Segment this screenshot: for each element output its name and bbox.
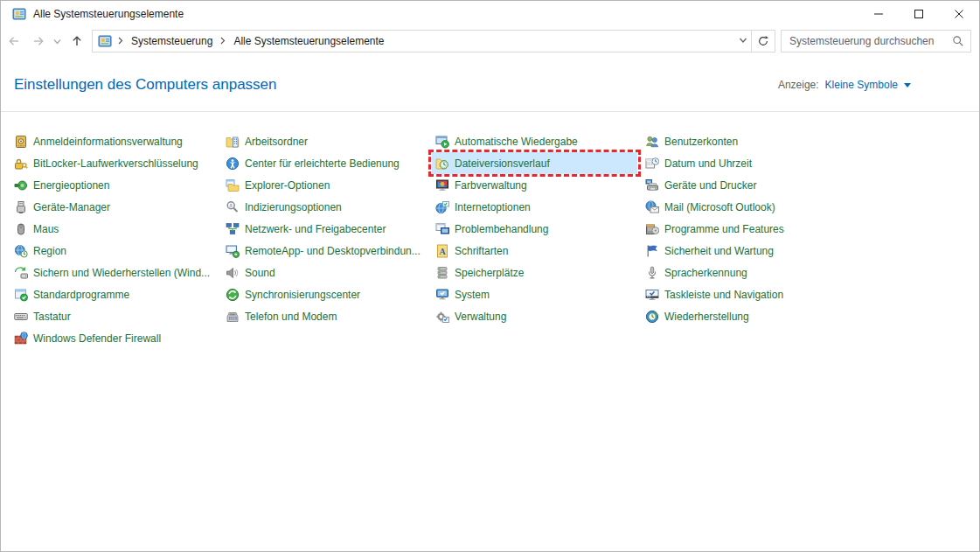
titlebar: Alle Systemsteuerungselemente (1, 1, 979, 27)
control-panel-item-mouse[interactable]: Maus (8, 218, 218, 240)
breadcrumb-location-icon (98, 34, 112, 48)
control-panel-item-network-sharing-center[interactable]: Netzwerk- und Freigabecenter (219, 218, 429, 240)
navigation-toolbar: Systemsteuerung Alle Systemsteuerungsele… (1, 27, 979, 55)
forward-button[interactable] (27, 29, 50, 53)
window-title: Alle Systemsteuerungselemente (33, 8, 184, 20)
control-panel-item-label: Automatische Wiedergabe (455, 136, 578, 148)
explorer-options-icon (226, 178, 240, 192)
back-button[interactable] (1, 29, 27, 53)
control-panel-item-autoplay[interactable]: Automatische Wiedergabe (429, 130, 639, 152)
fonts-icon: A (435, 244, 449, 258)
control-panel-item-recovery[interactable]: Wiederherstellung (639, 305, 849, 327)
control-panel-item-work-folders[interactable]: Arbeitsordner (219, 130, 429, 152)
control-panel-item-devices-printers[interactable]: Geräte und Drucker (639, 174, 849, 196)
autoplay-icon (435, 135, 449, 149)
taskbar-navigation-icon (645, 288, 659, 302)
breadcrumb-chevron-icon (219, 35, 226, 47)
control-panel-item-sound[interactable]: Sound (219, 262, 429, 283)
search-icon[interactable] (952, 35, 964, 47)
control-panel-item-label: Synchronisierungscenter (245, 289, 360, 301)
search-input[interactable] (788, 34, 952, 48)
control-panel-item-device-manager[interactable]: Geräte-Manager (8, 196, 218, 218)
control-panel-item-bitlocker[interactable]: BitLocker-Laufwerkverschlüsselung (8, 152, 218, 174)
refresh-button[interactable] (752, 30, 775, 52)
control-panel-item-phone-modem[interactable]: Telefon und Modem (219, 305, 429, 327)
work-folders-icon (226, 135, 240, 149)
control-panel-item-label: Indizierungsoptionen (245, 201, 342, 213)
up-button[interactable] (64, 29, 90, 53)
control-panel-item-firewall[interactable]: Windows Defender Firewall (8, 327, 218, 349)
control-panel-item-programs-features[interactable]: Programme und Features (639, 218, 849, 240)
sound-icon (226, 266, 240, 280)
control-panel-item-label: Farbverwaltung (455, 179, 527, 192)
control-panel-item-remoteapp[interactable]: RemoteApp- und Desktopverbindun... (219, 240, 429, 262)
search-box[interactable] (781, 30, 971, 52)
color-management-icon (435, 178, 449, 192)
control-panel-item-troubleshooting[interactable]: Problembehandlung (429, 218, 639, 240)
control-panel-item-label: Explorer-Optionen (245, 179, 330, 192)
control-panel-item-ease-of-access[interactable]: Center für erleichterte Bedienung (219, 152, 429, 174)
close-button[interactable] (939, 1, 979, 27)
breadcrumb-chevron-icon (117, 35, 124, 47)
view-by-value[interactable]: Kleine Symbole (825, 79, 898, 91)
remoteapp-icon (226, 244, 240, 258)
control-panel-item-admin-tools[interactable]: Verwaltung (429, 305, 639, 327)
control-panel-item-internet-options[interactable]: Internetoptionen (429, 196, 639, 218)
maximize-button[interactable] (899, 1, 939, 27)
backup-restore-icon (14, 266, 28, 280)
control-panel-item-label: Sichern und Wiederherstellen (Wind... (33, 267, 210, 279)
control-panel-window: Alle Systemsteuerungselemente (0, 0, 980, 552)
control-panel-item-default-programs[interactable]: Standardprogramme (8, 283, 218, 305)
control-panel-item-label: Sicherheit und Wartung (664, 245, 774, 257)
control-panel-item-taskbar-navigation[interactable]: Taskleiste und Navigation (639, 283, 849, 305)
control-panel-item-sync-center[interactable]: Synchronisierungscenter (219, 283, 429, 305)
items-column-3: Automatische WiedergabeDateiversionsverl… (429, 130, 639, 327)
view-by-caret-icon[interactable] (904, 83, 911, 87)
control-panel-item-color-management[interactable]: Farbverwaltung (429, 174, 639, 196)
control-panel-item-power-options[interactable]: Energieoptionen (8, 174, 218, 196)
control-panel-item-file-history[interactable]: Dateiversionsverlauf (432, 152, 637, 174)
control-panel-item-label: Programme und Features (664, 223, 784, 235)
control-panel-item-label: Dateiversionsverlauf (455, 157, 550, 170)
control-panel-item-region[interactable]: Region (8, 240, 218, 262)
control-panel-item-label: Tastatur (33, 311, 71, 323)
breadcrumb-systemsteuerung[interactable]: Systemsteuerung (129, 34, 214, 48)
security-maintenance-icon (645, 244, 659, 258)
control-panel-item-user-accounts[interactable]: Benutzerkonten (639, 130, 849, 152)
file-history-icon (435, 157, 449, 171)
page-title: Einstellungen des Computers anpassen (14, 76, 277, 94)
control-panel-item-date-time[interactable]: Datum und Uhrzeit (639, 152, 849, 174)
control-panel-item-storage-spaces[interactable]: Speicherplätze (429, 262, 639, 283)
speech-recognition-icon (645, 266, 659, 280)
control-panel-item-label: Schriftarten (455, 245, 508, 257)
credential-manager-icon (14, 135, 28, 149)
address-bar[interactable]: Systemsteuerung Alle Systemsteuerungsele… (92, 30, 752, 52)
address-dropdown-chevron-icon[interactable] (739, 35, 747, 47)
control-panel-item-speech-recognition[interactable]: Spracherkennung (639, 262, 849, 283)
control-panel-item-fonts[interactable]: ASchriftarten (429, 240, 639, 262)
control-panel-item-system[interactable]: System (429, 283, 639, 305)
control-panel-item-explorer-options[interactable]: Explorer-Optionen (219, 174, 429, 196)
svg-text:A: A (439, 247, 446, 256)
bitlocker-icon (14, 157, 28, 171)
control-panel-item-keyboard[interactable]: Tastatur (8, 305, 218, 327)
power-options-icon (14, 178, 28, 192)
window-controls (858, 1, 979, 27)
control-panel-item-label: Netzwerk- und Freigabecenter (245, 223, 386, 235)
minimize-button[interactable] (858, 1, 899, 27)
control-panel-icon (12, 7, 26, 21)
control-panel-item-label: Spracherkennung (664, 267, 747, 279)
control-panel-item-mail[interactable]: Mail (Microsoft Outlook) (639, 196, 849, 218)
control-panel-item-credential-manager[interactable]: Anmeldeinformationsverwaltung (8, 130, 218, 152)
control-panel-item-backup-restore[interactable]: Sichern und Wiederherstellen (Wind... (8, 262, 218, 283)
control-panel-item-indexing-options[interactable]: Indizierungsoptionen (219, 196, 429, 218)
keyboard-icon (14, 310, 28, 324)
breadcrumb-alle-systemsteuerungselemente[interactable]: Alle Systemsteuerungselemente (232, 34, 386, 48)
control-panel-item-label: Geräte-Manager (33, 201, 110, 213)
control-panel-item-label: RemoteApp- und Desktopverbindun... (245, 245, 420, 257)
recent-pages-chevron[interactable] (50, 29, 64, 53)
control-panel-item-label: Mail (Microsoft Outlook) (664, 201, 775, 213)
control-panel-item-security-maintenance[interactable]: Sicherheit und Wartung (639, 240, 849, 262)
control-panel-item-label: System (455, 289, 490, 301)
region-icon (14, 244, 28, 258)
